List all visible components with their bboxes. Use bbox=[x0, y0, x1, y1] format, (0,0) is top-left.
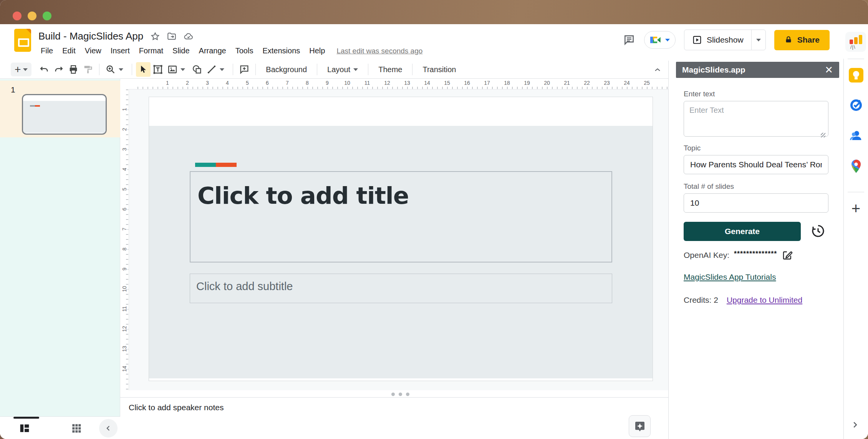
menu-edit[interactable]: Edit bbox=[58, 45, 80, 57]
ruler-corner bbox=[120, 79, 129, 89]
app-header: Build - MagicSlides App File Edit View I… bbox=[0, 24, 868, 61]
slideshow-dropdown[interactable] bbox=[751, 30, 765, 50]
select-tool-button[interactable] bbox=[136, 62, 151, 77]
google-contacts-icon[interactable] bbox=[848, 128, 864, 144]
menu-view[interactable]: View bbox=[80, 45, 106, 57]
new-slide-dropdown[interactable] bbox=[23, 68, 28, 71]
lock-icon bbox=[784, 35, 793, 45]
background-button[interactable]: Background bbox=[260, 63, 313, 76]
grid-view-button[interactable] bbox=[69, 421, 84, 436]
openai-key-masked: ************** bbox=[734, 250, 777, 258]
slideshow-button-group: Slideshow bbox=[684, 30, 766, 50]
line-dropdown-caret[interactable] bbox=[220, 68, 224, 71]
ruler-number: 3 bbox=[204, 80, 210, 86]
tutorials-link[interactable]: MagicSlides App Tutorials bbox=[684, 272, 776, 282]
total-slides-input[interactable] bbox=[684, 193, 828, 213]
ruler-number: 12 bbox=[383, 80, 392, 86]
upgrade-link[interactable]: Upgrade to Unlimited bbox=[727, 295, 802, 305]
gemini-notes-button[interactable] bbox=[629, 415, 651, 437]
title-placeholder-box[interactable]: Click to add title bbox=[190, 171, 612, 262]
toolbar-separator bbox=[132, 64, 132, 75]
transition-button[interactable]: Transition bbox=[416, 63, 462, 76]
slideshow-button[interactable]: Slideshow bbox=[684, 35, 751, 45]
share-button[interactable]: Share bbox=[774, 30, 830, 50]
google-tasks-icon[interactable] bbox=[848, 97, 864, 113]
ruler-number: 17 bbox=[482, 80, 492, 86]
speaker-notes-area[interactable]: Click to add speaker notes bbox=[120, 397, 668, 439]
google-keep-icon[interactable] bbox=[848, 67, 864, 83]
undo-button[interactable] bbox=[37, 62, 51, 77]
expand-strip-button[interactable] bbox=[850, 420, 860, 431]
ruler-number: 24 bbox=[622, 80, 631, 86]
history-button[interactable] bbox=[810, 223, 826, 241]
insert-shape-button[interactable] bbox=[190, 62, 204, 77]
ruler-number: 4 bbox=[121, 167, 128, 172]
document-title[interactable]: Build - MagicSlides App bbox=[38, 30, 143, 42]
enter-text-input[interactable] bbox=[684, 101, 828, 137]
edit-key-icon[interactable] bbox=[782, 249, 793, 261]
ruler-number: 25 bbox=[642, 80, 651, 86]
notes-resize-handle[interactable] bbox=[391, 393, 409, 396]
ruler-number: 22 bbox=[582, 80, 591, 86]
star-icon[interactable] bbox=[150, 31, 160, 41]
comment-history-icon[interactable] bbox=[623, 34, 636, 46]
redo-button[interactable] bbox=[51, 62, 66, 77]
slide-thumbnail-row[interactable]: 1 bbox=[0, 81, 120, 137]
plus-icon: + bbox=[15, 64, 21, 75]
hide-menus-button[interactable] bbox=[653, 65, 662, 76]
ruler-number: 5 bbox=[121, 186, 128, 192]
theme-button[interactable]: Theme bbox=[372, 63, 408, 76]
selected-view-indicator bbox=[13, 417, 39, 419]
slide-thumbnail[interactable] bbox=[22, 94, 107, 135]
google-slides-icon bbox=[14, 29, 31, 52]
close-window-button[interactable] bbox=[13, 12, 22, 20]
menu-tools[interactable]: Tools bbox=[231, 45, 258, 57]
slides-icon-fold bbox=[26, 29, 31, 34]
collapse-filmstrip-button[interactable] bbox=[99, 419, 118, 437]
insert-comment-button[interactable] bbox=[237, 62, 252, 77]
zoom-dropdown-caret[interactable] bbox=[119, 68, 123, 71]
menu-help[interactable]: Help bbox=[305, 45, 330, 57]
menu-arrange[interactable]: Arrange bbox=[194, 45, 231, 57]
magicslides-logo-icon[interactable]: /|\ bbox=[845, 32, 866, 52]
last-edit-link[interactable]: Last edit was seconds ago bbox=[336, 47, 422, 55]
move-folder-icon[interactable] bbox=[166, 31, 177, 41]
subtitle-placeholder-box[interactable]: Click to add subtitle bbox=[190, 274, 612, 303]
add-addon-button[interactable]: + bbox=[848, 201, 864, 216]
google-maps-icon[interactable] bbox=[848, 158, 864, 174]
print-button[interactable] bbox=[66, 62, 81, 77]
total-slides-label: Total # of slides bbox=[684, 182, 734, 191]
new-slide-button[interactable]: + bbox=[11, 63, 31, 76]
generate-button[interactable]: Generate bbox=[684, 222, 801, 241]
menu-file[interactable]: File bbox=[36, 45, 58, 57]
menu-format[interactable]: Format bbox=[134, 45, 168, 57]
image-dropdown-caret[interactable] bbox=[181, 68, 185, 71]
zoom-button[interactable] bbox=[103, 62, 118, 77]
cloud-saved-icon[interactable] bbox=[183, 31, 194, 41]
fullscreen-window-button[interactable] bbox=[43, 12, 51, 20]
menu-insert[interactable]: Insert bbox=[106, 45, 134, 57]
ruler-number: 15 bbox=[442, 80, 452, 86]
topic-label: Topic bbox=[684, 144, 701, 152]
slide-deco-bar bbox=[195, 163, 237, 167]
layout-button[interactable]: Layout bbox=[321, 63, 364, 76]
panel-close-icon[interactable]: ✕ bbox=[825, 65, 833, 75]
ruler-number: 20 bbox=[542, 80, 552, 86]
menu-slide[interactable]: Slide bbox=[168, 45, 194, 57]
insert-line-button[interactable] bbox=[204, 62, 219, 77]
ruler-number: 13 bbox=[121, 345, 128, 353]
insert-image-button[interactable] bbox=[165, 62, 180, 77]
menu-extensions[interactable]: Extensions bbox=[258, 45, 305, 57]
paint-format-button[interactable] bbox=[81, 62, 95, 77]
ruler-number: 23 bbox=[602, 80, 611, 86]
text-box-button[interactable] bbox=[151, 62, 165, 77]
ruler-number: 1 bbox=[121, 107, 128, 112]
topic-input[interactable] bbox=[684, 155, 828, 174]
meet-button[interactable] bbox=[644, 31, 676, 49]
filmstrip-view-button[interactable] bbox=[17, 421, 32, 436]
ruler-number: 19 bbox=[522, 80, 532, 86]
title-placeholder-text: Click to add title bbox=[197, 182, 409, 209]
minimize-window-button[interactable] bbox=[28, 12, 36, 20]
enter-text-label: Enter text bbox=[684, 90, 715, 98]
slide-editor[interactable]: Click to add title Click to add subtitle bbox=[149, 97, 653, 381]
